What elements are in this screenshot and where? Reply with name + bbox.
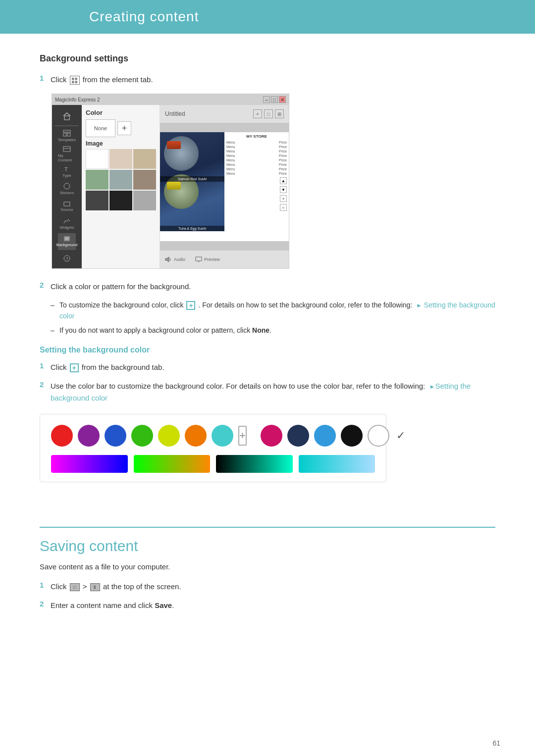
svg-rect-12 bbox=[64, 202, 70, 206]
arrow-icon-1: ► bbox=[416, 302, 422, 309]
sidebar-templates[interactable]: Templates bbox=[58, 128, 76, 144]
svg-text:?: ? bbox=[66, 256, 68, 261]
menu-row-6: MenuPrice bbox=[226, 163, 287, 166]
svg-rect-8 bbox=[63, 147, 70, 151]
menu-row-8: MenuPrice bbox=[226, 172, 287, 175]
save-arrow-icon: ⊻ bbox=[90, 583, 100, 591]
sidebar-my-content[interactable]: My Content bbox=[58, 146, 76, 162]
circle-teal[interactable] bbox=[212, 425, 233, 447]
app-name: MagicInfo Express 2 bbox=[55, 97, 100, 102]
sushi-piece-2 bbox=[167, 182, 181, 190]
expand-icon[interactable]: + bbox=[280, 195, 287, 202]
circle-orange[interactable] bbox=[185, 425, 207, 447]
sidebar-stickers[interactable]: Stickers bbox=[58, 181, 76, 197]
canvas-footer: Audio Preview bbox=[160, 251, 289, 268]
screenshot-body: Templates My Content T Type Stickers bbox=[52, 105, 289, 268]
color-bar-green-orange[interactable] bbox=[134, 455, 211, 473]
close-button[interactable]: ✕ bbox=[279, 96, 286, 103]
scroll-up[interactable]: ▲ bbox=[280, 177, 287, 184]
circle-blue[interactable] bbox=[105, 425, 126, 447]
panel-title: Color bbox=[86, 109, 156, 116]
saving-step-1-num: 1 bbox=[40, 581, 51, 589]
titlebar-left: MagicInfo Express 2 bbox=[55, 97, 100, 102]
svg-rect-0 bbox=[72, 77, 74, 80]
circle-green[interactable] bbox=[131, 425, 153, 447]
color-panel: Color None + Image bbox=[82, 105, 160, 268]
page-title: Creating content bbox=[89, 9, 199, 25]
bullet-dash-2: – bbox=[51, 325, 59, 336]
none-bold: None bbox=[252, 326, 269, 334]
color-bar-black-teal[interactable] bbox=[216, 455, 293, 473]
sidebar-background[interactable]: Background bbox=[58, 233, 76, 250]
circle-navy[interactable] bbox=[287, 425, 309, 447]
svg-rect-6 bbox=[63, 133, 66, 136]
sidebar-type[interactable]: T Type bbox=[58, 163, 76, 180]
circle-dark-pink[interactable] bbox=[261, 425, 282, 447]
audio-icon bbox=[165, 256, 172, 262]
step-1-row: 1 Click from the element tab. bbox=[40, 74, 495, 86]
checkmark-icon[interactable]: ✓ bbox=[396, 429, 405, 442]
color-bar-teal-light[interactable] bbox=[299, 455, 375, 473]
swatch-gray[interactable] bbox=[133, 191, 156, 210]
sub-step-1-row: 1 Click + from the background tab. bbox=[40, 361, 495, 373]
sidebar-home-icon[interactable] bbox=[58, 108, 76, 124]
swatch-beige[interactable] bbox=[109, 149, 132, 169]
canvas-topbar: Untitled + □ ⊞ bbox=[160, 105, 289, 123]
sidebar-widgets[interactable]: Widgets bbox=[58, 216, 76, 232]
scroll-down[interactable]: ▼ bbox=[280, 186, 287, 193]
swatch-tan[interactable] bbox=[133, 149, 156, 169]
add-color-button[interactable]: + bbox=[238, 426, 247, 446]
saving-step-2-text: Enter a content name and click Save. bbox=[51, 600, 174, 611]
circle-light-blue[interactable] bbox=[314, 425, 336, 447]
circle-purple[interactable] bbox=[78, 425, 100, 447]
minimize-button[interactable]: – bbox=[263, 96, 270, 103]
panel-image-title: Image bbox=[86, 140, 156, 147]
circle-black[interactable] bbox=[341, 425, 363, 447]
step-2-row: 2 Click a color or pattern for the backg… bbox=[40, 281, 495, 293]
svg-rect-17 bbox=[196, 257, 202, 261]
sidebar-help[interactable]: ? bbox=[58, 251, 76, 267]
svg-rect-3 bbox=[75, 81, 78, 83]
step-2-text: Click a color or pattern for the backgro… bbox=[51, 281, 191, 293]
contract-icon[interactable]: ○ bbox=[280, 204, 287, 211]
menu-row-1: MenuPrice bbox=[226, 141, 287, 144]
caption-2: Tuna & Egg Sushi bbox=[160, 226, 224, 231]
saving-step-2-num: 2 bbox=[40, 600, 51, 608]
plus-icon-2: + bbox=[70, 363, 79, 372]
link-setting-bg-2[interactable]: Setting the background color bbox=[51, 382, 471, 402]
swatch-white[interactable] bbox=[86, 149, 108, 169]
swatch-steel[interactable] bbox=[109, 170, 132, 190]
swatch-dark[interactable] bbox=[86, 191, 108, 210]
color-add-button[interactable]: + bbox=[117, 121, 131, 135]
svg-rect-14 bbox=[65, 237, 69, 240]
color-none-row: None + bbox=[86, 119, 156, 137]
color-none[interactable]: None bbox=[86, 119, 115, 137]
color-bar-magenta-blue[interactable] bbox=[51, 455, 128, 473]
canvas-top-right: + □ ⊞ bbox=[253, 109, 284, 118]
titlebar-right: – □ ✕ bbox=[263, 96, 286, 103]
caption-1: Salmon Roe Sushi bbox=[160, 176, 224, 182]
color-bars-row bbox=[51, 455, 375, 473]
header-bar: Creating content bbox=[0, 0, 535, 34]
circle-yellow[interactable] bbox=[158, 425, 180, 447]
swatch-brown[interactable] bbox=[133, 170, 156, 190]
circle-red[interactable] bbox=[51, 425, 73, 447]
maximize-button[interactable]: □ bbox=[271, 96, 278, 103]
add-tab-button[interactable]: + bbox=[253, 109, 262, 118]
saving-section: Saving content Save content as a file to… bbox=[40, 527, 495, 611]
preview-control: Preview bbox=[195, 256, 220, 262]
swatch-grid bbox=[86, 149, 156, 210]
preview-icon bbox=[195, 256, 202, 262]
sidebar-source[interactable]: Source bbox=[58, 198, 76, 214]
sub-step-2-text: Use the color bar to customize the backg… bbox=[51, 380, 495, 404]
tab-icon-1[interactable]: □ bbox=[264, 109, 273, 118]
tab-icon-2[interactable]: ⊞ bbox=[275, 109, 284, 118]
circle-outline[interactable] bbox=[368, 425, 389, 447]
main-content: Background settings 1 Click from the ele… bbox=[0, 34, 535, 756]
swatch-sage[interactable] bbox=[86, 170, 108, 190]
app-screenshot: MagicInfo Express 2 – □ ✕ Tem bbox=[52, 94, 289, 269]
step-2-num: 2 bbox=[40, 281, 51, 289]
step-1-num: 1 bbox=[40, 74, 51, 82]
link-setting-bg-1[interactable]: Setting the background color bbox=[59, 301, 495, 320]
swatch-black[interactable] bbox=[109, 191, 132, 210]
